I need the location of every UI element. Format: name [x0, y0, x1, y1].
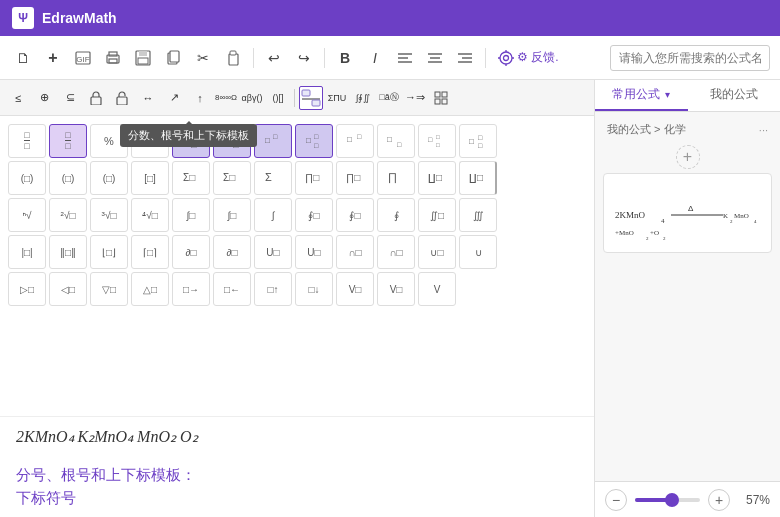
- align-left-button[interactable]: [392, 45, 418, 71]
- r5-2[interactable]: ◁□: [49, 272, 87, 306]
- sym-grid[interactable]: [429, 86, 453, 110]
- r5-1[interactable]: ▷□: [8, 272, 46, 306]
- sym-misc2[interactable]: □āⓃ: [377, 86, 401, 110]
- formula-preview-card[interactable]: 2KMnO 4 Δ K 2 MnO 4 +MnO 2 +O 2: [603, 173, 772, 253]
- tab-common[interactable]: 常用公式 ▾: [595, 80, 688, 111]
- zoom-slider-track[interactable]: [635, 498, 700, 502]
- frac-basic[interactable]: □□: [8, 124, 46, 158]
- sym-arrow-ne[interactable]: ↗: [162, 86, 186, 110]
- r5-4[interactable]: △□: [131, 272, 169, 306]
- r4-5[interactable]: ∂□: [172, 235, 210, 269]
- r5-8[interactable]: □↓: [295, 272, 333, 306]
- settings-feedback-button[interactable]: ⚙ 反馈.: [493, 47, 564, 68]
- sym-arrow-up[interactable]: ↑: [188, 86, 212, 110]
- r2-11[interactable]: ∐□: [418, 161, 456, 195]
- sub-3[interactable]: □□: [254, 124, 292, 158]
- sub-6[interactable]: □□: [377, 124, 415, 158]
- r4-4[interactable]: ⌈□⌉: [131, 235, 169, 269]
- bold-button[interactable]: B: [332, 45, 358, 71]
- sym-sum[interactable]: ΣΠU: [325, 86, 349, 110]
- sym-arrows[interactable]: →⇒: [403, 86, 427, 110]
- frac-pct[interactable]: %: [90, 124, 128, 158]
- r3-3[interactable]: ³√□: [90, 198, 128, 232]
- r3-6[interactable]: ∫□: [213, 198, 251, 232]
- save-button[interactable]: [130, 45, 156, 71]
- sym-unlock[interactable]: [110, 86, 134, 110]
- tab-my[interactable]: 我的公式: [688, 80, 781, 111]
- sym-frac-active[interactable]: [299, 86, 323, 110]
- r4-10[interactable]: ∩□: [377, 235, 415, 269]
- sym-greek[interactable]: αβγ(): [240, 86, 264, 110]
- r4-6[interactable]: ∂□: [213, 235, 251, 269]
- r3-4[interactable]: ⁴√□: [131, 198, 169, 232]
- r5-10[interactable]: V□: [377, 272, 415, 306]
- sub-7[interactable]: □□□: [418, 124, 456, 158]
- add-formula-button[interactable]: +: [676, 145, 700, 169]
- sym-lock[interactable]: [84, 86, 108, 110]
- sub-8[interactable]: □□□: [459, 124, 497, 158]
- copy-format-button[interactable]: [160, 45, 186, 71]
- r2-10[interactable]: ∏: [377, 161, 415, 195]
- r5-9[interactable]: V□: [336, 272, 374, 306]
- image-button[interactable]: GIF: [70, 45, 96, 71]
- undo-button[interactable]: ↩: [261, 45, 287, 71]
- zoom-in-button[interactable]: +: [708, 489, 730, 511]
- r2-4[interactable]: [□]: [131, 161, 169, 195]
- r2-9[interactable]: ∏□: [336, 161, 374, 195]
- sub-5[interactable]: □□: [336, 124, 374, 158]
- r4-11[interactable]: ∪□: [418, 235, 456, 269]
- r2-7[interactable]: Σ: [254, 161, 292, 195]
- r3-2[interactable]: ²√□: [49, 198, 87, 232]
- sym-arrow-both[interactable]: ↔: [136, 86, 160, 110]
- sym-circle-plus[interactable]: ⊕: [32, 86, 56, 110]
- r4-7[interactable]: U□: [254, 235, 292, 269]
- r3-10[interactable]: ∮: [377, 198, 415, 232]
- r5-7[interactable]: □↑: [254, 272, 292, 306]
- r3-1[interactable]: ⁿ√: [8, 198, 46, 232]
- sym-parens[interactable]: ()[]: [266, 86, 290, 110]
- r3-9[interactable]: ∮□: [336, 198, 374, 232]
- r2-8[interactable]: ∏□: [295, 161, 333, 195]
- paste-button[interactable]: [220, 45, 246, 71]
- r5-11[interactable]: V: [418, 272, 456, 306]
- zoom-out-button[interactable]: −: [605, 489, 627, 511]
- align-right-button[interactable]: [452, 45, 478, 71]
- r4-3[interactable]: ⌊□⌋: [90, 235, 128, 269]
- r4-12[interactable]: ∪: [459, 235, 497, 269]
- r2-2[interactable]: (□): [49, 161, 87, 195]
- sub-2[interactable]: □□: [213, 124, 251, 158]
- sub-1[interactable]: □□: [172, 124, 210, 158]
- r2-1[interactable]: (□): [8, 161, 46, 195]
- sym-less-equal[interactable]: ≤: [6, 86, 30, 110]
- redo-button[interactable]: ↪: [291, 45, 317, 71]
- italic-button[interactable]: I: [362, 45, 388, 71]
- frac-selected[interactable]: □□: [49, 124, 87, 158]
- r3-8[interactable]: ∮□: [295, 198, 333, 232]
- r5-6[interactable]: □←: [213, 272, 251, 306]
- r4-2[interactable]: ‖□‖: [49, 235, 87, 269]
- sub-4[interactable]: □□□: [295, 124, 333, 158]
- r2-5[interactable]: Σ□: [172, 161, 210, 195]
- r4-9[interactable]: ∩□: [336, 235, 374, 269]
- search-input[interactable]: [610, 45, 770, 71]
- r3-5[interactable]: ∫□: [172, 198, 210, 232]
- sym-integral[interactable]: ∫∮∬: [351, 86, 375, 110]
- frac-pct2[interactable]: 0/0: [131, 124, 169, 158]
- r2-3[interactable]: (□): [90, 161, 128, 195]
- new-button[interactable]: 🗋: [10, 45, 36, 71]
- r2-6[interactable]: Σ□: [213, 161, 251, 195]
- align-center-button[interactable]: [422, 45, 448, 71]
- sym-subset[interactable]: ⊆: [58, 86, 82, 110]
- r3-12[interactable]: ∭: [459, 198, 497, 232]
- r2-12[interactable]: ∐□: [459, 161, 497, 195]
- r5-5[interactable]: □→: [172, 272, 210, 306]
- r5-3[interactable]: ▽□: [90, 272, 128, 306]
- add-button[interactable]: +: [40, 45, 66, 71]
- r4-8[interactable]: U□: [295, 235, 333, 269]
- more-options-button[interactable]: ···: [759, 124, 768, 136]
- sym-misc[interactable]: 8∞∞Ω: [214, 86, 238, 110]
- zoom-slider-thumb[interactable]: [665, 493, 679, 507]
- cut-button[interactable]: ✂: [190, 45, 216, 71]
- r3-7[interactable]: ∫: [254, 198, 292, 232]
- print-button[interactable]: [100, 45, 126, 71]
